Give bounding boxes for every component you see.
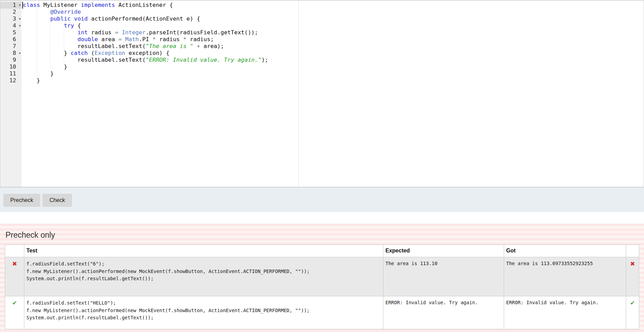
text-cursor: [22, 2, 23, 9]
code-token: *: [153, 36, 156, 43]
code-token: MyListener: [40, 2, 81, 8]
code-token: radius: [88, 29, 115, 36]
fold-toggle-icon[interactable]: ▾: [19, 50, 21, 57]
gutter-line-number: 7: [0, 43, 22, 50]
code-line: resultLabel.setText("The area is " + are…: [23, 43, 644, 50]
code-line: try {: [23, 22, 644, 29]
code-token: exception) {: [125, 50, 169, 56]
pass-icon: ✔: [626, 296, 639, 329]
code-token: area: [98, 36, 119, 43]
code-token: Integer: [122, 29, 146, 36]
code-token: =: [115, 29, 118, 36]
code-token: radius: [156, 36, 183, 43]
gutter-line-number: 4▾: [0, 22, 22, 29]
code-line: }: [23, 77, 644, 84]
editor-gutter: 1▾23▾4▾5678▾9101112: [0, 0, 22, 187]
code-line: }: [23, 70, 644, 77]
code-line: public void actionPerformed(ActionEvent …: [23, 15, 644, 22]
code-token: public: [50, 15, 71, 22]
indent-guide: [37, 9, 37, 77]
fold-toggle-icon[interactable]: ▾: [19, 15, 21, 22]
code-token: [71, 15, 74, 22]
line-number: 1: [13, 2, 16, 8]
line-number: 6: [13, 36, 16, 43]
expected-column-header: Expected: [383, 245, 504, 257]
code-token: Math: [125, 36, 139, 43]
code-token: }: [23, 70, 53, 77]
code-token: );: [261, 57, 268, 63]
code-token: }: [23, 77, 40, 84]
code-token: void: [74, 15, 88, 22]
results-table: Test Expected Got ✖f.radiusField.setText…: [5, 245, 639, 329]
status-column-header-right: [626, 245, 639, 257]
line-number: 3: [13, 15, 16, 22]
button-bar: Precheck Check: [0, 187, 644, 212]
code-token: =: [118, 36, 122, 43]
editor-code[interactable]: class MyListener implements ActionListen…: [22, 0, 644, 84]
code-token: @Override: [50, 9, 81, 15]
gutter-line-number: 8▾: [0, 50, 22, 57]
code-line: class MyListener implements ActionListen…: [23, 2, 644, 9]
line-number: 8: [13, 50, 16, 56]
code-line: @Override: [23, 9, 644, 15]
indent-guide: [64, 29, 64, 63]
indent-guide: [50, 22, 50, 70]
code-line: } catch (Exception exception) {: [23, 50, 644, 57]
code-line: }: [23, 63, 644, 70]
fail-icon: ✖: [5, 257, 24, 296]
check-button[interactable]: Check: [43, 194, 72, 207]
line-number: 11: [9, 70, 16, 77]
line-number: 5: [13, 29, 16, 36]
code-token: "The area is ": [146, 43, 193, 49]
line-number: 4: [13, 22, 16, 29]
fold-toggle-icon[interactable]: ▾: [19, 22, 21, 29]
code-token: }: [23, 63, 67, 70]
code-token: area);: [200, 43, 224, 49]
gutter-line-number: 2: [0, 9, 22, 15]
code-line: int radius = Integer.parseInt(radiusFiel…: [23, 29, 644, 36]
code-token: ActionListener {: [115, 2, 173, 8]
gutter-line-number: 12: [0, 77, 22, 84]
gutter-line-number: 1▾: [0, 2, 22, 9]
outcome-title: Precheck only: [5, 230, 639, 240]
fold-toggle-icon[interactable]: ▾: [19, 2, 21, 9]
status-column-header: [5, 245, 24, 257]
code-token: .PI: [139, 36, 153, 43]
code-token: resultLabel.setText(: [23, 43, 146, 49]
code-token: try: [64, 22, 74, 29]
gutter-line-number: 10: [0, 63, 22, 70]
code-token: {: [74, 22, 81, 29]
test-code-cell: f.radiusField.setText("6"); f.new MyList…: [24, 257, 383, 296]
precheck-outcome-panel: Precheck only Test Expected Got ✖f.radiu…: [0, 224, 644, 332]
code-token: Exception: [95, 50, 125, 56]
code-token: [122, 36, 125, 43]
line-number: 10: [9, 63, 16, 70]
precheck-button[interactable]: Precheck: [3, 194, 40, 207]
code-token: implements: [81, 2, 115, 8]
code-token: int: [77, 29, 88, 36]
test-code-cell: f.radiusField.setText("HELLO"); f.new My…: [24, 296, 383, 329]
result-row: ✔f.radiusField.setText("HELLO"); f.new M…: [5, 296, 639, 329]
code-editor[interactable]: 1▾23▾4▾5678▾9101112 class MyListener imp…: [0, 0, 644, 187]
print-margin: [298, 0, 299, 187]
code-token: *: [183, 36, 187, 43]
spacer: [0, 212, 644, 224]
code-line: double area = Math.PI * radius * radius;: [23, 36, 644, 43]
gutter-line-number: 9: [0, 57, 22, 63]
code-token: "ERROR: Invalid value. Try again.": [146, 57, 262, 63]
test-column-header: Test: [24, 245, 383, 257]
code-token: double: [77, 36, 98, 43]
code-token: resultLabel.setText(: [23, 57, 146, 63]
line-number: 2: [13, 9, 16, 15]
code-token: [193, 43, 197, 49]
code-token: .parseInt(radiusField.getText());: [146, 29, 258, 36]
code-token: actionPerformed(ActionEvent e) {: [88, 15, 200, 22]
gutter-line-number: 3▾: [0, 15, 22, 22]
gutter-line-number: 6: [0, 36, 22, 43]
fail-icon: ✖: [626, 257, 639, 296]
got-cell: The area is 113.09733552923255: [504, 257, 626, 296]
code-token: class: [23, 2, 40, 8]
results-header-row: Test Expected Got: [5, 245, 639, 257]
code-token: [118, 29, 122, 36]
pass-icon: ✔: [5, 296, 24, 329]
